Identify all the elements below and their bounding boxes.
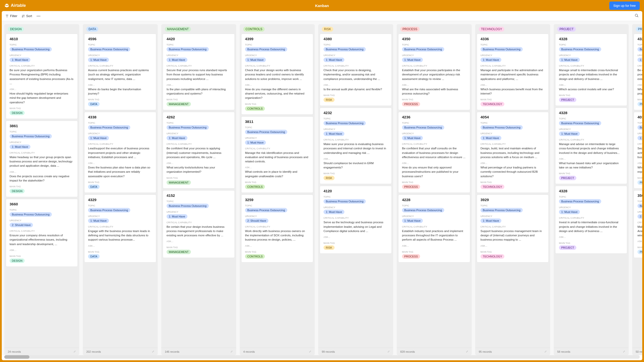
- card-id: 3660: [10, 202, 74, 206]
- topic-pill: Business Process Outsourcing: [324, 121, 366, 125]
- field-label-urgency: URGENCY: [480, 132, 545, 135]
- ask-text: How should highly regulated large enterp…: [10, 92, 74, 105]
- more-icon[interactable]: [36, 14, 41, 18]
- column-header: MANAGEMENT: [161, 24, 236, 34]
- scrollbar-thumb[interactable]: [4, 355, 29, 359]
- field-label-main: MAIN TAG: [480, 181, 545, 184]
- field-label-topic: TOPIC: [167, 200, 231, 203]
- expand-icon[interactable]: ⤢: [623, 350, 625, 353]
- field-label-topic: TOPIC: [402, 204, 466, 207]
- field-label-main: MAIN TAG: [167, 98, 231, 101]
- field-label-main: MAIN TAG: [559, 242, 623, 244]
- horizontal-scrollbar[interactable]: [4, 355, 640, 359]
- kanban-card[interactable]: 4328TOPICBusiness Process OutsourcingURG…: [555, 186, 627, 254]
- crit-text: Support business process management team…: [480, 229, 545, 242]
- topic-pill: Business Process Outsourcing: [637, 204, 642, 208]
- card-id: 4399: [245, 37, 309, 41]
- kanban-card[interactable]: 3929TOPICBusiness Process OutsourcingURG…: [477, 195, 549, 262]
- kanban-card[interactable]: 4329TOPICBusiness Process OutsourcingURG…: [84, 195, 156, 262]
- field-label-main: MAIN TAG: [10, 185, 74, 188]
- kanban-card[interactable]: 4228TOPICBusiness Process OutsourcingURG…: [398, 195, 470, 262]
- kanban-card[interactable]: 4328TOPICBusiness Process OutsourcingURG…: [555, 108, 627, 184]
- field-label-urgency: URGENCY: [10, 141, 74, 144]
- sort-button[interactable]: Sort: [21, 14, 32, 18]
- ask-text: Why is the software development process …: [637, 165, 642, 174]
- kanban-card[interactable]: 3660TOPICBusiness Process OutsourcingURG…: [6, 199, 78, 267]
- kanban-card[interactable]: 4350TOPICBusiness Process OutsourcingURG…: [398, 34, 470, 110]
- expand-icon[interactable]: ⤢: [230, 350, 233, 353]
- kanban-card[interactable]: 4152TOPICBusiness Process OutsourcingURG…: [163, 190, 235, 258]
- field-label-urgency: URGENCY: [637, 132, 642, 135]
- kanban-card[interactable]: 4035TOPICBusiness Process OutsourcingURG…: [634, 112, 642, 188]
- column-tag: MANAGEMENT: [165, 27, 191, 32]
- kanban-card[interactable]: 3259TOPICBusiness Process OutsourcingURG…: [241, 195, 313, 262]
- card-list: 4328TOPICBusiness Process OutsourcingURG…: [554, 34, 629, 348]
- expand-icon[interactable]: ⤢: [466, 350, 468, 353]
- topic-pill: Business Process Outsourcing: [245, 208, 287, 212]
- kanban-card[interactable]: 4328TOPICBusiness Process OutsourcingURG…: [555, 34, 627, 106]
- records-count: 202 records: [86, 350, 101, 353]
- topic-pill: Business Process Outsourcing: [559, 199, 601, 204]
- kanban-card[interactable]: 4380TOPICBusiness Process OutsourcingURG…: [320, 34, 392, 106]
- card-id: 4329: [88, 198, 152, 202]
- card-id: 4380: [324, 37, 388, 41]
- field-label-ask: ASK...: [480, 84, 545, 86]
- ask-text: Which access control models will one use…: [559, 87, 623, 92]
- field-label-crit: CRITICAL CAPABILITY: [88, 225, 152, 228]
- kanban-card[interactable]: 4610TOPICBusiness Process OutsourcingURG…: [6, 34, 78, 119]
- kanban-card[interactable]: 3811TOPICBusiness Process OutsourcingURG…: [241, 116, 313, 193]
- svg-point-3: [635, 14, 637, 16]
- card-list: 4399TOPICBusiness Process OutsourcingURG…: [240, 34, 315, 348]
- signup-button[interactable]: Sign up for free: [609, 2, 640, 10]
- field-label-crit: CRITICAL CAPABILITY: [245, 65, 309, 67]
- field-label-main: MAIN TAG: [402, 251, 466, 253]
- card-id: 3861: [10, 124, 74, 128]
- kanban-card[interactable]: 4054TOPICBusiness Process OutsourcingURG…: [477, 112, 549, 193]
- kanban-card[interactable]: 3861TOPICBusiness Process OutsourcingURG…: [6, 121, 78, 197]
- topic-pill: Business Process Outsourcing: [324, 199, 366, 204]
- kanban-card[interactable]: 4262TOPICBusiness Process OutsourcingURG…: [163, 112, 235, 188]
- column-tag: PROCESS: [400, 27, 420, 32]
- card-id: 4328: [559, 189, 623, 193]
- expand-icon[interactable]: ⤢: [309, 350, 311, 353]
- kanban-card[interactable]: 4596TOPICBusiness Process OutsourcingURG…: [84, 34, 156, 110]
- kanban-card[interactable]: 4420TOPICBusiness Process OutsourcingURG…: [163, 34, 235, 110]
- airtable-logo[interactable]: Airtable: [4, 3, 26, 8]
- topic-pill: Business Process Outsourcing: [480, 125, 523, 130]
- card-list: 4420TOPICBusiness Process OutsourcingURG…: [161, 34, 236, 348]
- urgency-pill: 1: Must Have: [637, 136, 642, 140]
- kanban-card[interactable]: 4338TOPICBusiness Process OutsourcingURG…: [84, 112, 156, 193]
- main-tag: MANAGEMENT: [167, 250, 191, 254]
- kanban-card[interactable]: 3500TOPICBusiness Process OutsourcingURG…: [634, 190, 642, 258]
- field-label-urgency: URGENCY: [324, 54, 388, 57]
- expand-icon[interactable]: ⤢: [387, 350, 390, 353]
- field-label-crit: CRITICAL CAPABILITY: [10, 152, 74, 154]
- kanban-card[interactable]: 4232TOPICBusiness Process OutsourcingURG…: [320, 108, 392, 184]
- search-button[interactable]: [635, 14, 639, 18]
- main-tag: DATA: [88, 185, 100, 189]
- urgency-pill: 1: Must Have: [402, 218, 423, 223]
- filter-button[interactable]: Filter: [5, 14, 17, 18]
- records-count: 50 records: [636, 350, 642, 353]
- crit-text: Secure that your strategy performs and l…: [637, 146, 642, 159]
- ask-text: Does the projects success create any neg…: [10, 174, 74, 183]
- kanban-card[interactable]: 4236TOPICBusiness Process OutsourcingURG…: [398, 112, 470, 193]
- kanban-card[interactable]: 4336TOPICBusiness Process OutsourcingURG…: [477, 34, 549, 110]
- field-label-crit: CRITICAL CAPABILITY: [480, 225, 545, 228]
- field-label-ask: ASK...: [637, 84, 642, 86]
- field-label-topic: TOPIC: [245, 126, 309, 129]
- kanban-card[interactable]: 4322TOPICBusiness Process OutsourcingURG…: [634, 34, 642, 110]
- expand-icon[interactable]: ⤢: [544, 350, 547, 353]
- field-label-topic: TOPIC: [637, 200, 642, 203]
- field-label-urgency: URGENCY: [480, 54, 545, 57]
- kanban-card[interactable]: 4120TOPICBusiness Process OutsourcingURG…: [320, 186, 392, 254]
- topic-pill: Business Process Outsourcing: [88, 47, 130, 52]
- kanban-card[interactable]: 4399TOPICBusiness Process OutsourcingURG…: [241, 34, 313, 115]
- field-label-ask: ASK...: [88, 84, 152, 86]
- card-id: 4322: [637, 37, 642, 41]
- kanban-column: DATA4596TOPICBusiness Process Outsourcin…: [83, 24, 158, 355]
- field-label-ask: ASK...: [559, 84, 623, 86]
- urgency-pill: 2: Should Have: [245, 218, 268, 223]
- expand-icon[interactable]: ⤢: [73, 350, 76, 353]
- expand-icon[interactable]: ⤢: [152, 350, 154, 353]
